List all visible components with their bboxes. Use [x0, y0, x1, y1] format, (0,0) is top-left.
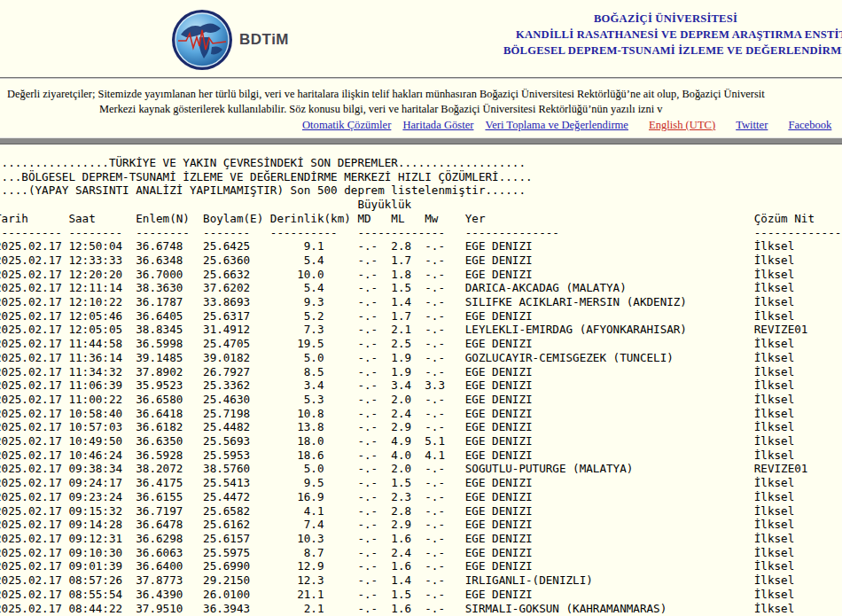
center-title: BÖLGESEL DEPREM-TSUNAMİ İZLEME VE DEĞERL…: [503, 44, 842, 58]
frameset-border: [0, 137, 842, 144]
nav-link-twitter[interactable]: Twitter: [736, 119, 768, 132]
globe-seismogram-icon: [170, 8, 234, 72]
nav-link-veri-toplama-degerlendirme[interactable]: Veri Toplama ve Değerlendirme: [485, 119, 628, 132]
institute-title: KANDİLLİ RASATHANESİ VE DEPREM ARAŞTIRMA…: [516, 28, 842, 42]
koeri-earthquake-page: BDTiM BOĞAZİÇİ ÜNİVERSİTESİ KANDİLLİ RAS…: [0, 0, 842, 616]
nav-links: Otomatik Çözümler Haritada Göster Veri T…: [302, 119, 831, 132]
copyright-notice-line1: Değerli ziyaretçiler; Sitemizde yayımlan…: [7, 88, 765, 101]
header-divider: [0, 77, 842, 79]
bdtim-logo[interactable]: BDTiM: [170, 8, 289, 72]
university-title: BOĞAZİÇİ ÜNİVERSİTESİ: [594, 12, 737, 26]
nav-link-haritada-goster[interactable]: Haritada Göster: [402, 119, 473, 132]
earthquake-list: .................TÜRKİYE VE YAKIN ÇEVRES…: [0, 156, 842, 615]
logo-text: BDTiM: [239, 31, 289, 49]
nav-link-facebook[interactable]: Facebook: [788, 119, 831, 132]
copyright-notice-line2: Merkezi kaynak gösterilerek kullanılabil…: [99, 103, 663, 116]
nav-link-english-utc[interactable]: English (UTC): [649, 119, 715, 132]
nav-link-otomatik-cozumler[interactable]: Otomatik Çözümler: [302, 119, 391, 132]
